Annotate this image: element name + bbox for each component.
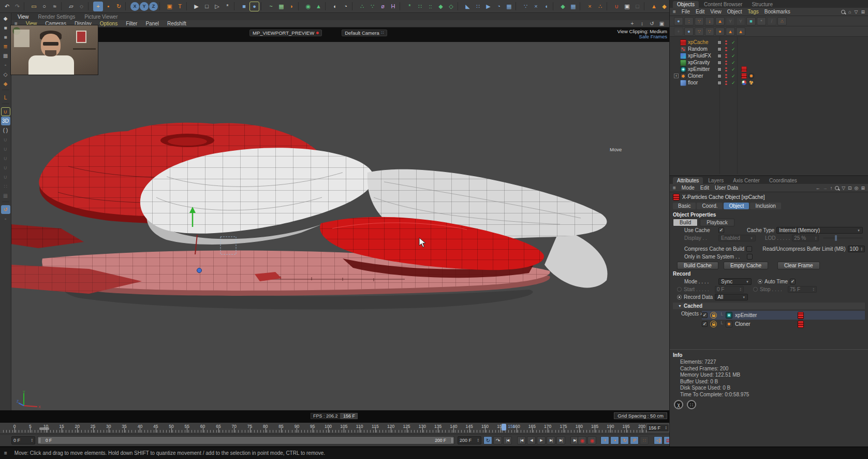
snap-polygon-icon[interactable]: ∪ <box>1 154 10 163</box>
window-tab-view[interactable]: View <box>18 14 29 20</box>
lod-slider-handle[interactable] <box>835 235 837 241</box>
playhead[interactable] <box>502 424 506 431</box>
lock-icon[interactable] <box>710 312 717 319</box>
undo-icon[interactable]: ↶ <box>2 2 12 11</box>
dynamics-icon[interactable]: * <box>405 2 415 11</box>
loop-playback-button[interactable]: ↻ <box>483 436 492 444</box>
window-tab-render-settings[interactable]: Render Settings <box>38 14 76 20</box>
weights-icon[interactable]: ■ <box>746 17 756 25</box>
window-tab-picture-viewer[interactable]: Picture Viewer <box>84 14 117 20</box>
current-frame-field[interactable]: 156 F ▲▼ <box>646 424 669 432</box>
compress-cache-checkbox[interactable]: ✓ <box>746 246 752 252</box>
visibility-dots[interactable] <box>725 54 727 55</box>
clear-frame-button[interactable]: Clear Frame <box>777 262 820 269</box>
x-axis-lock-icon[interactable]: X <box>130 2 139 11</box>
next-frame-button[interactable]: ▶| <box>547 436 555 444</box>
viewport-3d-scene[interactable] <box>11 42 669 410</box>
tree-row-cloner[interactable]: +Cloner✓ <box>670 73 868 79</box>
layer-box[interactable] <box>717 74 722 78</box>
tab-coordinates[interactable]: Coordinates <box>765 177 801 184</box>
section-tab-object[interactable]: Object <box>724 203 749 209</box>
sphere-primitive-icon[interactable]: ● <box>249 2 259 11</box>
enabled-check-icon[interactable]: ✓ <box>731 60 735 65</box>
free-select-icon[interactable]: ◌ <box>77 2 86 11</box>
lod-slider[interactable] <box>823 237 863 239</box>
particle-group-icon[interactable]: ∴ <box>777 17 787 25</box>
attr-menu-user-data[interactable]: User Data <box>715 185 738 191</box>
cached-row-cloner[interactable]: ✓└Cloner <box>702 320 865 328</box>
spline-mask-icon[interactable]: H <box>388 2 398 11</box>
record-keyframe-button[interactable]: ◉ <box>587 436 596 444</box>
autokey-scale-icon[interactable]: ▪ <box>610 436 619 444</box>
instance-icon[interactable]: ◔ <box>341 2 350 11</box>
frame-spinner-icon[interactable]: ▲▼ <box>665 426 667 430</box>
cache-tag-icon[interactable] <box>741 73 747 79</box>
play-button[interactable]: ▶ <box>537 436 546 444</box>
range-start-spinner-icon[interactable]: ▲▼ <box>31 438 33 442</box>
next-key-button[interactable]: ▶| <box>556 436 565 444</box>
visibility-dots[interactable] <box>725 81 727 82</box>
viewport-menu-redshift[interactable]: Redshift <box>167 21 186 26</box>
empty-cache-button[interactable]: Empty Cache <box>724 262 768 269</box>
up-icon[interactable]: ↑ <box>830 185 833 191</box>
workplane-icon[interactable]: L <box>1 93 10 102</box>
poly-select-icon[interactable]: ▱ <box>66 2 76 11</box>
render-settings-icon[interactable]: * <box>223 2 232 11</box>
emitter-axis-icon[interactable]: × <box>585 2 595 11</box>
lock-icon[interactable] <box>710 321 717 327</box>
pan-view-icon[interactable]: + <box>629 21 636 26</box>
snap-3d-icon[interactable]: 3D <box>1 117 10 125</box>
goto-start-button[interactable]: |◀ <box>503 436 512 444</box>
om-menu-bookmarks[interactable]: Bookmarks <box>764 9 790 15</box>
z-axis-lock-icon[interactable]: Z <box>149 2 158 11</box>
attr-menu-edit[interactable]: Edit <box>700 185 709 191</box>
section-tab-basic[interactable]: Basic <box>673 203 696 209</box>
toggle-views-icon[interactable]: ▣ <box>658 21 665 26</box>
xp-time-icon[interactable]: ◔ <box>494 2 504 11</box>
snap-grid-icon[interactable]: ▦ <box>1 191 10 200</box>
record-scrub-button[interactable]: ◉ <box>578 436 586 444</box>
snap-axis-icon[interactable]: ∪ <box>1 173 10 181</box>
object-manager-menu-icon[interactable]: ≡ <box>673 9 676 15</box>
enabled-check-icon[interactable]: ✓ <box>731 47 735 52</box>
enabled-check-icon[interactable]: ✓ <box>731 67 735 72</box>
auto-time-checkbox[interactable]: ✓ <box>790 279 796 284</box>
rect-select-icon[interactable]: ○ <box>39 2 49 11</box>
enabled-check-icon[interactable]: ✓ <box>731 53 735 59</box>
camera-name-label[interactable]: Default Camera ∷ <box>342 30 387 36</box>
gear-icon[interactable]: * <box>757 17 766 25</box>
range-start-field[interactable]: 0 F ▲▼ <box>11 436 35 444</box>
cached-row-xpemitter[interactable]: ✓└xpEmitter <box>702 311 865 320</box>
simple-playback-button[interactable]: ↷ <box>493 436 502 444</box>
tree-row-xpfluidfx[interactable]: xpFluidFX✓ <box>670 52 868 59</box>
rotate-tool-icon[interactable]: ↻ <box>114 2 124 11</box>
character-icon[interactable]: ▲ <box>314 2 323 11</box>
sound-toggle-icon[interactable]: ◁) <box>654 436 663 444</box>
back-icon[interactable]: ← <box>816 185 820 191</box>
texture-stack-icon[interactable]: ≣ <box>1 42 10 51</box>
plane-grid-icon[interactable]: ▦ <box>568 2 578 11</box>
start-field[interactable]: 0 F ▲▼ <box>715 286 744 293</box>
cube-primitive-icon[interactable]: ■ <box>239 2 249 11</box>
om-menu-view[interactable]: View <box>710 9 722 15</box>
magnet-u-icon[interactable]: ∪ <box>612 2 622 11</box>
add-null-icon[interactable]: ● <box>674 17 683 25</box>
tree-row-random[interactable]: Random✓ <box>670 46 868 52</box>
brush-icon[interactable]: / <box>767 17 776 25</box>
search-icon[interactable] <box>835 186 839 190</box>
pick-object-icon[interactable]: ● <box>684 27 694 36</box>
flame-icon[interactable]: ▲ <box>649 2 659 11</box>
flock-icon[interactable]: :: <box>425 2 435 11</box>
current-tool-icon[interactable]: ◆ <box>1 14 10 23</box>
tab-layers[interactable]: Layers <box>704 177 728 184</box>
lock-icon[interactable]: ⊡ <box>848 185 852 191</box>
build-cache-button[interactable]: Build Cache <box>677 262 718 269</box>
paint-icon[interactable]: ◆ <box>558 2 568 11</box>
tab-content-browser[interactable]: Content Browser <box>700 1 746 8</box>
texture-mode-icon[interactable]: ▩ <box>1 51 10 60</box>
tree-row-floor[interactable]: floor✓ <box>670 79 868 86</box>
tree-row-xpemitter[interactable]: xpEmitter✓ <box>670 66 868 73</box>
viewport-menu-filter[interactable]: Filter <box>126 21 137 26</box>
attr-menu-mode[interactable]: Mode <box>682 185 695 191</box>
tree-row-xpcache[interactable]: xpCache✓ <box>670 39 868 46</box>
